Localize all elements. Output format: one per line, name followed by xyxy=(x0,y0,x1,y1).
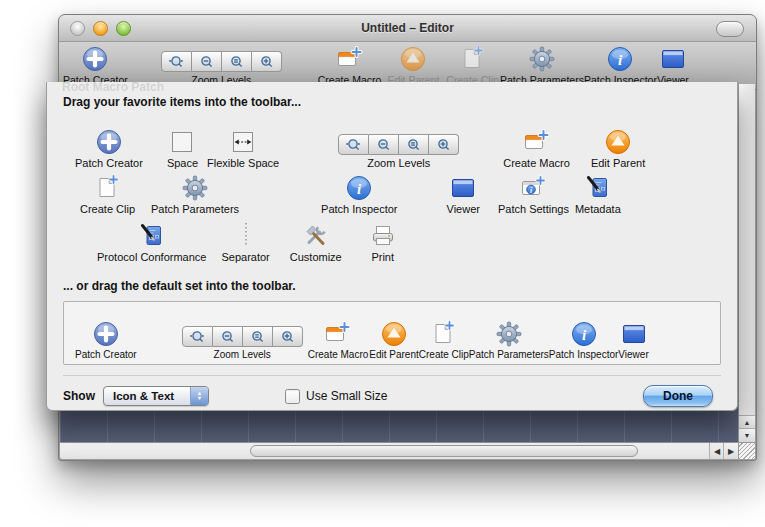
item-label: Flexible Space xyxy=(207,157,279,169)
item-space[interactable]: Space xyxy=(167,127,198,169)
item-label: Viewer xyxy=(618,349,648,360)
item-label: Create Clip xyxy=(80,203,135,215)
item-zoom-levels[interactable]: Zoom Levels xyxy=(182,319,303,360)
item-protocol-conformance[interactable]: Protocol Conformance xyxy=(97,221,206,263)
item-label: Create Macro xyxy=(308,349,369,360)
window-title: Untitled – Editor xyxy=(59,21,756,35)
vertical-scrollbar[interactable]: ▲ ▼ xyxy=(738,84,755,442)
minimize-button[interactable] xyxy=(93,21,108,36)
item-patch-inspector[interactable]: iPatch Inspector xyxy=(584,44,657,86)
default-toolbar-set[interactable]: Patch CreatorZoom LevelsCreate MacroEdit… xyxy=(63,301,721,365)
drag-items-heading: Drag your favorite items into the toolba… xyxy=(63,95,721,109)
item-create-clip[interactable]: Create Clip xyxy=(419,319,469,360)
show-mode-popup[interactable]: Icon & Text ▲▼ xyxy=(103,386,209,406)
sheet-footer: Show Icon & Text ▲▼ Use Small Size Done xyxy=(63,375,721,407)
item-label: Create Macro xyxy=(503,157,570,169)
patch-creator-icon xyxy=(96,127,122,155)
item-patch-parameters[interactable]: Patch Parameters xyxy=(500,44,584,86)
item-patch-parameters[interactable]: Patch Parameters xyxy=(469,319,549,360)
print-icon xyxy=(370,221,396,249)
item-create-macro[interactable]: Create Macro xyxy=(308,319,369,360)
zoom-levels-icon xyxy=(182,319,303,347)
item-label: Patch Parameters xyxy=(151,203,239,215)
item-patch-inspector[interactable]: iPatch Inspector xyxy=(549,319,618,360)
palette-row: Protocol ConformanceSeparatorCustomizePr… xyxy=(63,215,721,263)
patch-settings-icon: i xyxy=(520,173,547,201)
zoom-levels-icon xyxy=(338,127,459,155)
item-create-macro[interactable]: Create Macro xyxy=(503,127,570,169)
item-label: Metadata xyxy=(575,203,621,215)
patch-creator-icon xyxy=(82,44,108,72)
scroll-left-icon[interactable]: ◀ xyxy=(709,443,724,459)
item-create-clip[interactable]: Create Clip xyxy=(80,173,135,215)
item-label: Patch Creator xyxy=(75,349,137,360)
show-label: Show xyxy=(63,389,95,403)
item-zoom-levels[interactable]: Zoom Levels xyxy=(338,127,459,169)
item-edit-parent[interactable]: Edit Parent xyxy=(591,127,645,169)
create-clip-icon xyxy=(95,173,121,201)
metadata-icon xyxy=(585,173,611,201)
item-edit-parent[interactable]: Edit Parent xyxy=(387,44,439,86)
item-customize[interactable]: Customize xyxy=(290,221,342,263)
flexible-space-icon xyxy=(230,127,256,155)
item-label: Zoom Levels xyxy=(367,157,430,169)
show-mode-value: Icon & Text xyxy=(113,390,174,402)
item-label: Patch Parameters xyxy=(469,349,549,360)
default-set-heading: ... or drag the default set into the too… xyxy=(63,279,721,293)
title-bar[interactable]: Untitled – Editor xyxy=(59,15,756,42)
scroll-right-icon[interactable]: ▶ xyxy=(723,443,738,459)
item-label: Zoom Levels xyxy=(214,349,271,360)
item-label: Protocol Conformance xyxy=(97,251,206,263)
item-label: Create Clip xyxy=(419,349,469,360)
item-edit-parent[interactable]: Edit Parent xyxy=(369,319,418,360)
item-viewer[interactable]: Viewer xyxy=(447,173,480,215)
edit-parent-icon xyxy=(605,127,631,155)
patch-inspector-icon: i xyxy=(607,44,633,72)
item-print[interactable]: Print xyxy=(370,221,396,263)
item-viewer[interactable]: Viewer xyxy=(657,44,689,86)
viewer-icon xyxy=(660,44,686,72)
scroll-down-icon[interactable]: ▼ xyxy=(739,428,755,442)
use-small-size-label: Use Small Size xyxy=(306,389,387,403)
zoom-button[interactable] xyxy=(116,21,131,36)
patch-parameters-icon xyxy=(529,44,555,72)
item-label: Space xyxy=(167,157,198,169)
edit-parent-icon xyxy=(381,319,407,347)
item-flexible-space[interactable]: Flexible Space xyxy=(207,127,279,169)
item-patch-inspector[interactable]: iPatch Inspector xyxy=(321,173,397,215)
toolbar-toggle-button[interactable] xyxy=(716,21,744,37)
item-create-macro[interactable]: Create Macro xyxy=(318,44,382,86)
customize-toolbar-sheet: Drag your favorite items into the toolba… xyxy=(46,82,738,411)
palette-row: Patch CreatorSpaceFlexible SpaceZoom Lev… xyxy=(63,121,721,169)
item-label: Edit Parent xyxy=(591,157,645,169)
window-controls xyxy=(70,21,131,36)
item-patch-creator[interactable]: Patch Creator xyxy=(75,319,137,360)
item-label: Print xyxy=(371,251,394,263)
item-separator[interactable]: Separator xyxy=(221,221,269,263)
item-label: Customize xyxy=(290,251,342,263)
patch-inspector-icon: i xyxy=(346,173,372,201)
item-patch-creator[interactable]: Patch Creator xyxy=(63,44,128,86)
resize-grip[interactable] xyxy=(738,442,755,459)
item-label: Patch Inspector xyxy=(321,203,397,215)
scroll-up-icon[interactable]: ▲ xyxy=(739,415,755,429)
use-small-size-checkbox[interactable] xyxy=(285,389,300,404)
create-macro-icon xyxy=(336,44,363,72)
item-metadata[interactable]: Metadata xyxy=(575,173,621,215)
screen: Untitled – Editor Patch CreatorZoom Leve… xyxy=(0,0,765,527)
close-button[interactable] xyxy=(70,21,85,36)
item-patch-creator[interactable]: Patch Creator xyxy=(75,127,143,169)
create-clip-icon xyxy=(460,44,486,72)
small-size-option: Use Small Size xyxy=(285,389,387,404)
patch-parameters-icon xyxy=(182,173,208,201)
item-patch-parameters[interactable]: Patch Parameters xyxy=(151,173,239,215)
item-zoom-levels[interactable]: Zoom Levels xyxy=(161,44,282,86)
item-label: Edit Parent xyxy=(369,349,418,360)
done-button[interactable]: Done xyxy=(643,385,713,407)
horizontal-scroll-thumb[interactable] xyxy=(250,445,638,457)
item-viewer[interactable]: Viewer xyxy=(618,319,648,360)
horizontal-scrollbar[interactable]: ◀ ▶ xyxy=(60,442,738,459)
item-patch-settings[interactable]: iPatch Settings xyxy=(498,173,569,215)
item-create-clip[interactable]: Create Clip xyxy=(446,44,499,86)
popup-arrows-icon: ▲▼ xyxy=(190,387,208,405)
